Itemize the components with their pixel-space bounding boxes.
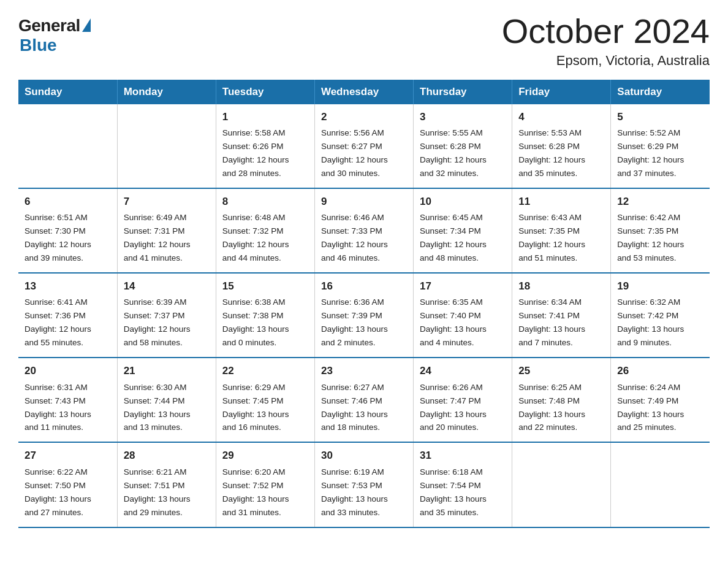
day-info: Sunrise: 6:20 AM Sunset: 7:52 PM Dayligh…: [222, 467, 289, 517]
day-info: Sunrise: 6:18 AM Sunset: 7:54 PM Dayligh…: [420, 467, 487, 517]
day-info: Sunrise: 6:43 AM Sunset: 7:35 PM Dayligh…: [518, 213, 585, 262]
day-info: Sunrise: 6:45 AM Sunset: 7:34 PM Dayligh…: [420, 213, 487, 262]
day-number: 2: [321, 109, 407, 125]
day-info: Sunrise: 6:19 AM Sunset: 7:53 PM Dayligh…: [321, 467, 388, 517]
day-number: 18: [518, 278, 604, 294]
calendar-day-header: Friday: [512, 80, 611, 104]
day-number: 17: [420, 278, 506, 294]
calendar-cell: 26Sunrise: 6:24 AM Sunset: 7:49 PM Dayli…: [611, 358, 710, 442]
day-number: 27: [25, 448, 111, 464]
calendar-cell: 11Sunrise: 6:43 AM Sunset: 7:35 PM Dayli…: [512, 188, 611, 273]
day-number: 1: [222, 109, 308, 125]
day-info: Sunrise: 6:26 AM Sunset: 7:47 PM Dayligh…: [420, 383, 487, 432]
day-number: 11: [518, 194, 604, 210]
calendar-week-row: 13Sunrise: 6:41 AM Sunset: 7:36 PM Dayli…: [18, 273, 710, 358]
logo-blue-text: Blue: [20, 36, 57, 55]
day-info: Sunrise: 6:31 AM Sunset: 7:43 PM Dayligh…: [25, 383, 91, 432]
day-number: 22: [222, 363, 308, 379]
calendar-cell: 22Sunrise: 6:29 AM Sunset: 7:45 PM Dayli…: [216, 358, 314, 442]
calendar-cell: 24Sunrise: 6:26 AM Sunset: 7:47 PM Dayli…: [414, 358, 512, 442]
page-header: General Blue October 2024 Epsom, Victori…: [18, 12, 710, 69]
calendar-week-row: 1Sunrise: 5:58 AM Sunset: 6:26 PM Daylig…: [18, 104, 710, 188]
day-number: 30: [321, 448, 407, 464]
calendar-cell: 8Sunrise: 6:48 AM Sunset: 7:32 PM Daylig…: [216, 188, 314, 273]
logo-general-text: General: [18, 16, 80, 36]
calendar-cell: 25Sunrise: 6:25 AM Sunset: 7:48 PM Dayli…: [512, 358, 611, 442]
calendar-header-row: SundayMondayTuesdayWednesdayThursdayFrid…: [18, 80, 710, 104]
calendar-cell: 4Sunrise: 5:53 AM Sunset: 6:28 PM Daylig…: [512, 104, 611, 188]
day-number: 19: [617, 278, 703, 294]
calendar-cell: 16Sunrise: 6:36 AM Sunset: 7:39 PM Dayli…: [314, 273, 413, 358]
day-info: Sunrise: 6:27 AM Sunset: 7:46 PM Dayligh…: [321, 383, 388, 432]
day-number: 10: [420, 194, 506, 210]
day-info: Sunrise: 6:22 AM Sunset: 7:50 PM Dayligh…: [25, 467, 91, 517]
calendar-cell: 13Sunrise: 6:41 AM Sunset: 7:36 PM Dayli…: [18, 273, 117, 358]
calendar-cell: 10Sunrise: 6:45 AM Sunset: 7:34 PM Dayli…: [414, 188, 512, 273]
day-info: Sunrise: 6:39 AM Sunset: 7:37 PM Dayligh…: [124, 297, 191, 347]
calendar-cell: 29Sunrise: 6:20 AM Sunset: 7:52 PM Dayli…: [216, 442, 314, 527]
calendar-cell: 9Sunrise: 6:46 AM Sunset: 7:33 PM Daylig…: [314, 188, 413, 273]
calendar-day-header: Sunday: [18, 80, 117, 104]
day-number: 5: [617, 109, 703, 125]
page-title: October 2024: [502, 12, 710, 50]
calendar-week-row: 20Sunrise: 6:31 AM Sunset: 7:43 PM Dayli…: [18, 358, 710, 442]
calendar-cell: 12Sunrise: 6:42 AM Sunset: 7:35 PM Dayli…: [611, 188, 710, 273]
calendar-cell: 27Sunrise: 6:22 AM Sunset: 7:50 PM Dayli…: [18, 442, 117, 527]
day-info: Sunrise: 5:52 AM Sunset: 6:29 PM Dayligh…: [617, 128, 684, 178]
day-info: Sunrise: 6:51 AM Sunset: 7:30 PM Dayligh…: [25, 213, 91, 262]
day-number: 26: [617, 363, 703, 379]
day-info: Sunrise: 5:53 AM Sunset: 6:28 PM Dayligh…: [518, 128, 585, 178]
day-info: Sunrise: 5:55 AM Sunset: 6:28 PM Dayligh…: [420, 128, 487, 178]
calendar-day-header: Wednesday: [314, 80, 413, 104]
day-number: 21: [124, 363, 210, 379]
calendar-week-row: 27Sunrise: 6:22 AM Sunset: 7:50 PM Dayli…: [18, 442, 710, 527]
day-number: 15: [222, 278, 308, 294]
day-info: Sunrise: 6:34 AM Sunset: 7:41 PM Dayligh…: [518, 297, 585, 347]
title-block: October 2024 Epsom, Victoria, Australia: [502, 12, 710, 69]
calendar-cell: 15Sunrise: 6:38 AM Sunset: 7:38 PM Dayli…: [216, 273, 314, 358]
day-number: 16: [321, 278, 407, 294]
day-number: 3: [420, 109, 506, 125]
calendar-cell: [611, 442, 710, 527]
day-number: 8: [222, 194, 308, 210]
day-number: 14: [124, 278, 210, 294]
logo: General Blue: [18, 16, 91, 55]
calendar-cell: 1Sunrise: 5:58 AM Sunset: 6:26 PM Daylig…: [216, 104, 314, 188]
calendar-cell: [512, 442, 611, 527]
day-info: Sunrise: 6:38 AM Sunset: 7:38 PM Dayligh…: [222, 297, 289, 347]
calendar-cell: 31Sunrise: 6:18 AM Sunset: 7:54 PM Dayli…: [414, 442, 512, 527]
day-info: Sunrise: 6:32 AM Sunset: 7:42 PM Dayligh…: [617, 297, 684, 347]
calendar-cell: [18, 104, 117, 188]
day-info: Sunrise: 6:30 AM Sunset: 7:44 PM Dayligh…: [124, 383, 191, 432]
calendar-cell: 17Sunrise: 6:35 AM Sunset: 7:40 PM Dayli…: [414, 273, 512, 358]
day-info: Sunrise: 6:48 AM Sunset: 7:32 PM Dayligh…: [222, 213, 289, 262]
calendar-cell: 2Sunrise: 5:56 AM Sunset: 6:27 PM Daylig…: [314, 104, 413, 188]
day-number: 7: [124, 194, 210, 210]
calendar-cell: 28Sunrise: 6:21 AM Sunset: 7:51 PM Dayli…: [117, 442, 216, 527]
day-number: 25: [518, 363, 604, 379]
calendar-day-header: Saturday: [611, 80, 710, 104]
calendar-cell: 18Sunrise: 6:34 AM Sunset: 7:41 PM Dayli…: [512, 273, 611, 358]
day-info: Sunrise: 6:35 AM Sunset: 7:40 PM Dayligh…: [420, 297, 487, 347]
day-info: Sunrise: 6:46 AM Sunset: 7:33 PM Dayligh…: [321, 213, 388, 262]
calendar-table: SundayMondayTuesdayWednesdayThursdayFrid…: [18, 80, 710, 528]
calendar-day-header: Thursday: [414, 80, 512, 104]
day-number: 28: [124, 448, 210, 464]
calendar-cell: 20Sunrise: 6:31 AM Sunset: 7:43 PM Dayli…: [18, 358, 117, 442]
day-number: 12: [617, 194, 703, 210]
day-number: 24: [420, 363, 506, 379]
calendar-day-header: Monday: [117, 80, 216, 104]
day-info: Sunrise: 6:21 AM Sunset: 7:51 PM Dayligh…: [124, 467, 191, 517]
day-number: 23: [321, 363, 407, 379]
calendar-cell: 6Sunrise: 6:51 AM Sunset: 7:30 PM Daylig…: [18, 188, 117, 273]
day-info: Sunrise: 5:56 AM Sunset: 6:27 PM Dayligh…: [321, 128, 388, 178]
day-info: Sunrise: 6:25 AM Sunset: 7:48 PM Dayligh…: [518, 383, 585, 432]
calendar-cell: 23Sunrise: 6:27 AM Sunset: 7:46 PM Dayli…: [314, 358, 413, 442]
day-number: 6: [25, 194, 111, 210]
logo-triangle-icon: [82, 18, 91, 32]
day-info: Sunrise: 6:42 AM Sunset: 7:35 PM Dayligh…: [617, 213, 684, 262]
calendar-week-row: 6Sunrise: 6:51 AM Sunset: 7:30 PM Daylig…: [18, 188, 710, 273]
calendar-cell: 14Sunrise: 6:39 AM Sunset: 7:37 PM Dayli…: [117, 273, 216, 358]
calendar-cell: 7Sunrise: 6:49 AM Sunset: 7:31 PM Daylig…: [117, 188, 216, 273]
day-number: 13: [25, 278, 111, 294]
